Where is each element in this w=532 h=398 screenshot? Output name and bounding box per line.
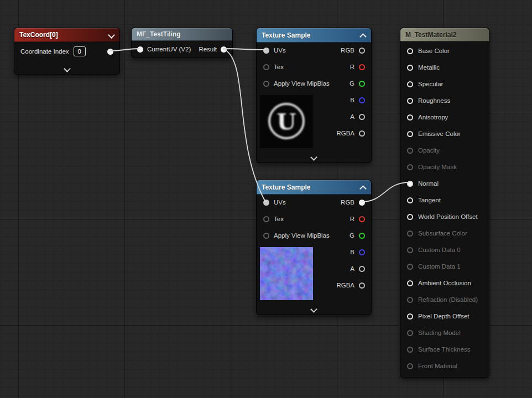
texcoord-param-row: Coordinate Index 0 <box>14 45 119 58</box>
material-row-tangent: Tangent <box>400 192 489 208</box>
svg-text:U: U <box>277 108 296 134</box>
ts2-input-mipbias: Apply View MipBias <box>257 227 330 244</box>
b-label: B <box>350 249 354 255</box>
rgba-output-pin[interactable] <box>359 282 365 289</box>
base-color-pin[interactable] <box>407 48 413 54</box>
material-row-subsurface-color: Subsurface Color <box>400 225 489 242</box>
node-texture-sample-2[interactable]: Texture Sample UVs Tex Apply View MipBia… <box>256 180 372 315</box>
uvs-input-pin[interactable] <box>263 200 269 206</box>
ts1-output-rgba: RGBA <box>336 125 371 142</box>
b-output-pin[interactable] <box>359 97 365 103</box>
mipbias-input-pin[interactable] <box>263 233 269 239</box>
pin-label: Anisotropy <box>418 114 448 121</box>
mf-currentuv-input-pin[interactable] <box>137 46 143 53</box>
material-row-surface-thickness: Surface Thickness <box>400 341 489 358</box>
node-material-header[interactable]: M_TestMaterial2 <box>400 28 489 41</box>
material-row-normal: Normal <box>400 175 489 192</box>
subsurface-color-pin <box>407 231 413 237</box>
node-texture-sample-1[interactable]: Texture Sample UVs Tex Apply View MipBia… <box>256 28 372 163</box>
a-output-pin[interactable] <box>359 266 365 272</box>
material-row-roughness: Roughness <box>400 92 489 109</box>
ts1-output-b: B <box>336 92 371 108</box>
node-mf-title: MF_TestTiling <box>137 30 181 38</box>
tex-label: Tex <box>274 216 284 222</box>
tangent-pin[interactable] <box>407 197 413 203</box>
pin-label: Subsurface Color <box>418 230 467 237</box>
b-output-pin[interactable] <box>359 249 365 255</box>
material-row-metallic: Metallic <box>400 59 489 76</box>
material-graph-canvas[interactable]: TexCoord[0] Coordinate Index 0 MF_TestTi… <box>0 0 532 398</box>
r-output-pin[interactable] <box>359 216 365 222</box>
ts2-input-uvs: UVs <box>257 194 330 211</box>
front-material-pin <box>407 363 413 369</box>
surface-thickness-pin <box>407 347 413 353</box>
coordinate-index-input[interactable]: 0 <box>74 46 86 56</box>
rgba-output-pin[interactable] <box>359 130 365 137</box>
r-label: R <box>350 64 354 70</box>
pin-label: Opacity <box>418 147 440 154</box>
pixel-depth-offset-pin[interactable] <box>407 313 413 320</box>
emissive-color-pin[interactable] <box>407 131 413 137</box>
mipbias-input-pin[interactable] <box>263 81 269 87</box>
node-mf-testtiling[interactable]: MF_TestTiling CurrentUV (V2) Result <box>131 28 233 58</box>
chevron-down-icon <box>64 65 71 72</box>
node-mf-header[interactable]: MF_TestTiling <box>132 28 232 41</box>
pin-label: Tangent <box>418 197 441 203</box>
mf-result-output-pin[interactable] <box>221 46 227 53</box>
tex-label: Tex <box>274 64 284 70</box>
tex-input-pin[interactable] <box>263 64 269 70</box>
normal-pin[interactable] <box>407 181 413 187</box>
uvs-input-pin[interactable] <box>263 48 269 54</box>
node-texcoord[interactable]: TexCoord[0] Coordinate Index 0 <box>14 28 120 75</box>
mf-pin-row: CurrentUV (V2) Result <box>132 43 232 55</box>
pin-label: World Position Offset <box>418 213 478 220</box>
material-row-base-color: Base Color <box>400 43 489 59</box>
roughness-pin[interactable] <box>407 98 413 104</box>
material-row-custom-data-0: Custom Data 0 <box>400 242 489 258</box>
anisotropy-pin[interactable] <box>407 114 413 121</box>
mf-output-label: Result <box>199 46 217 53</box>
ts1-input-uvs: UVs <box>257 42 330 59</box>
specular-pin[interactable] <box>407 81 413 87</box>
pin-label: Ambient Occlusion <box>418 280 471 286</box>
r-output-pin[interactable] <box>359 64 365 70</box>
texcoord-output-pin[interactable] <box>107 49 113 55</box>
rgb-output-pin[interactable] <box>359 48 365 54</box>
pin-label: Front Material <box>418 363 457 369</box>
metallic-pin[interactable] <box>407 65 413 71</box>
chevron-down-icon[interactable] <box>108 32 115 39</box>
g-output-pin[interactable] <box>359 233 365 239</box>
ts1-expander[interactable] <box>257 155 371 160</box>
ts2-output-r: R <box>336 211 371 227</box>
rgba-label: RGBA <box>336 282 354 289</box>
pin-label: Pixel Depth Offset <box>418 313 469 320</box>
ts2-input-tex: Tex <box>257 211 330 227</box>
node-ts2-header[interactable]: Texture Sample <box>257 180 371 195</box>
ts2-expander[interactable] <box>257 307 371 312</box>
rgb-output-pin[interactable] <box>359 200 365 206</box>
ts1-inputs: UVs Tex Apply View MipBias <box>257 42 330 92</box>
g-output-pin[interactable] <box>359 81 365 87</box>
a-output-pin[interactable] <box>359 114 365 120</box>
b-label: B <box>350 97 354 103</box>
node-material-title: M_TestMaterial2 <box>405 31 456 39</box>
ts2-output-rgb: RGB <box>336 194 371 211</box>
ts2-output-b: B <box>336 244 371 260</box>
node-material-result[interactable]: M_TestMaterial2 Base Color Metallic Spec… <box>400 28 489 378</box>
ambient-occlusion-pin[interactable] <box>407 280 413 286</box>
mipbias-label: Apply View MipBias <box>274 232 330 239</box>
chevron-up-icon[interactable] <box>359 33 367 40</box>
pin-label: Emissive Color <box>418 130 461 137</box>
material-row-emissive-color: Emissive Color <box>400 125 489 142</box>
node-ts1-header[interactable]: Texture Sample <box>257 28 371 43</box>
texcoord-expander[interactable] <box>14 66 119 71</box>
chevron-up-icon[interactable] <box>359 185 367 192</box>
refraction-pin <box>407 297 413 303</box>
material-row-custom-data-1: Custom Data 1 <box>400 258 489 275</box>
world-position-offset-pin[interactable] <box>407 214 413 220</box>
node-texcoord-header[interactable]: TexCoord[0] <box>14 28 119 42</box>
material-row-opacity: Opacity <box>400 142 489 159</box>
pin-label: Shading Model <box>418 329 461 336</box>
ts2-texture-preview <box>260 247 313 300</box>
tex-input-pin[interactable] <box>263 216 269 222</box>
